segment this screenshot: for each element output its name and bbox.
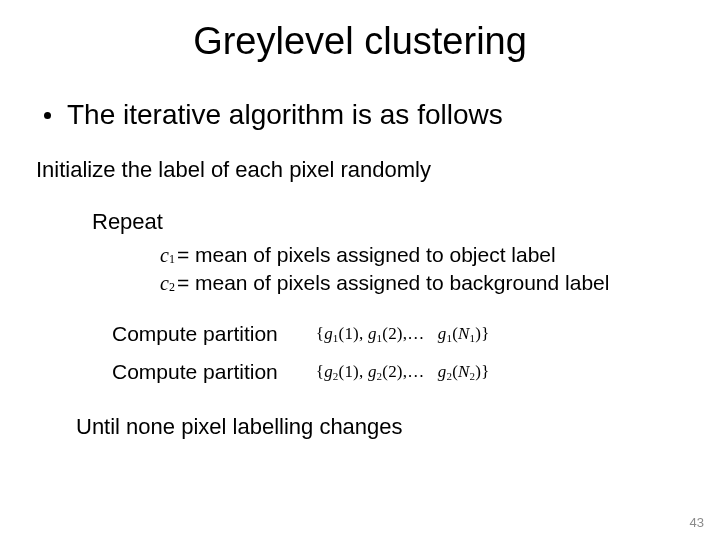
compute2-label: Compute partition: [112, 360, 278, 384]
slide-title: Greylevel clustering: [0, 0, 720, 63]
c2-symbol: c: [160, 270, 169, 297]
c1-symbol: c: [160, 242, 169, 269]
page-number: 43: [690, 515, 704, 530]
bullet-text: The iterative algorithm is as follows: [67, 99, 503, 131]
compute-partition-1: Compute partition {g1(1), g1(2),… g1(N1)…: [112, 322, 720, 346]
compute2-set: {g2(1), g2(2),… g2(N2)}: [316, 362, 490, 382]
until-line: Until none pixel labelling changes: [76, 414, 720, 440]
c2-text: = mean of pixels assigned to background …: [177, 269, 610, 297]
bullet-item: The iterative algorithm is as follows: [44, 99, 720, 131]
c1-subscript: 1: [169, 251, 175, 267]
repeat-label: Repeat: [92, 209, 720, 235]
c2-subscript: 2: [169, 279, 175, 295]
c1-text: = mean of pixels assigned to object labe…: [177, 241, 556, 269]
slide: Greylevel clustering The iterative algor…: [0, 0, 720, 540]
compute1-label: Compute partition: [112, 322, 278, 346]
compute-partition-2: Compute partition {g2(1), g2(2),… g2(N2)…: [112, 360, 720, 384]
initialize-line: Initialize the label of each pixel rando…: [36, 157, 720, 183]
bullet-dot-icon: [44, 112, 51, 119]
compute1-set: {g1(1), g1(2),… g1(N1)}: [316, 324, 490, 344]
c2-line: c2 = mean of pixels assigned to backgrou…: [160, 269, 720, 297]
mean-definitions: c1 = mean of pixels assigned to object l…: [160, 241, 720, 298]
c1-line: c1 = mean of pixels assigned to object l…: [160, 241, 720, 269]
